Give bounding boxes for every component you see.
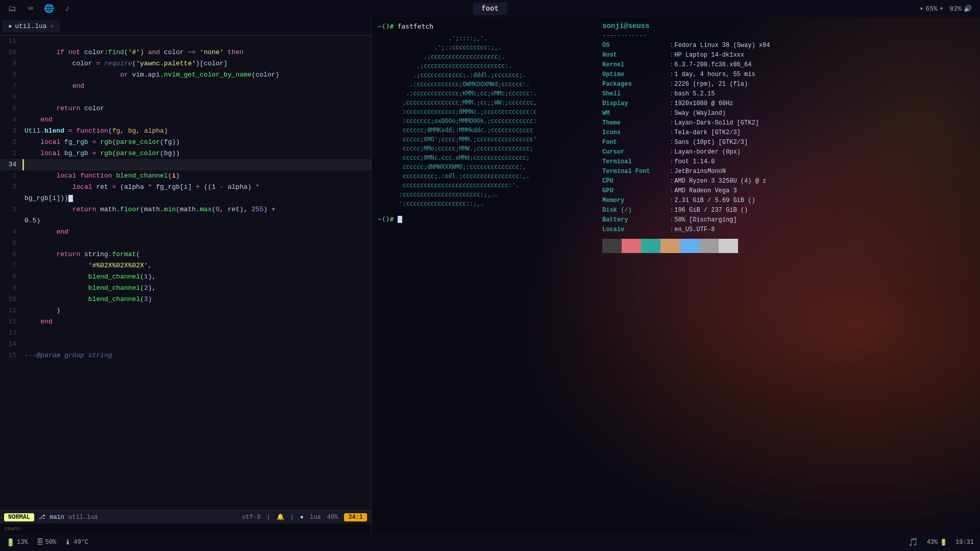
ff-termfont: JetBrainsMonoN — [674, 167, 726, 177]
bottom-bar-left: 🔋 13% 🗄 50% 🌡 49°C — [6, 538, 88, 547]
code-line: 11 — [0, 36, 371, 47]
ff-wm: Sway (Wayland) — [674, 109, 726, 118]
ff-os-line: OS: Fedora Linux 38 (Sway) x84 — [602, 41, 974, 51]
swatch-red — [622, 239, 641, 253]
ff-cursor-line: Cursor: Layan-border (0px) — [602, 147, 974, 157]
encoding-sep2: | — [290, 514, 294, 521]
code-line: 7 '#%02X%02X%02X', — [0, 260, 371, 271]
filename-status: util.lua — [68, 514, 98, 521]
right-battery-label: 43% — [926, 539, 938, 546]
code-line: 7 end — [0, 81, 371, 92]
logo-line: ,ccccccccccccccc;MMM.;cc;;WW:;ccccccc, — [378, 98, 592, 107]
code-line: 1 local function blend_channel(i) — [0, 170, 371, 182]
terminal-content: ~()# fastfetch .';::::;,'. .';::cccccccc… — [372, 17, 980, 534]
ff-gpu-line: GPU: AMD Radeon Vega 3 — [602, 186, 974, 196]
ff-host: HP Laptop 14-dk1xxx — [674, 51, 744, 60]
swatch-black — [602, 239, 622, 253]
percent-status: 40% — [327, 514, 338, 521]
code-lines: 11 10 if not color:find('#') and color ~… — [0, 36, 371, 361]
temp-label: 49°C — [74, 539, 88, 546]
ff-packages-line: Packages: 2226 (rpm), 21 (fla) — [602, 80, 974, 89]
right-battery-status: 43% 🔋 — [926, 539, 947, 546]
lua-filetype-icon: ● — [300, 514, 304, 521]
top-bar-left: 🗂 ⌨ 🌐 ♪ — [0, 0, 76, 17]
code-line: 4 end — [0, 227, 371, 238]
vim-mode-badge: NORMAL — [4, 513, 34, 521]
ff-disk-line: Disk (/): 196 GiB / 237 GiB () — [602, 206, 974, 215]
music-icon[interactable]: ♪ — [59, 0, 76, 17]
temp-status: 🌡 49°C — [64, 538, 88, 546]
code-line: 5 — [0, 238, 371, 249]
ff-packages: 2226 (rpm), 21 (fla) — [674, 80, 748, 89]
code-line: 13 — [0, 328, 371, 339]
ff-battery-line: Battery: 50% [Discharging] — [602, 215, 974, 225]
code-line: 3 Util.blend = function(fg, bg, alpha) — [0, 126, 371, 137]
swatch-white — [719, 239, 738, 253]
code-line: bg_rgb[i])) — [0, 193, 371, 204]
code-line: 10 blend_channel(3) — [0, 294, 371, 305]
storage-label: 50% — [45, 539, 57, 546]
folder-icon[interactable]: 🗂 — [4, 0, 20, 17]
terminal-prompt2[interactable]: ~()# — [378, 215, 398, 223]
logo-line: :cccccccccccccc;0MMNc.;ccccccccccccc:c — [378, 107, 592, 116]
ff-font: Sans (10pt) [GTK2/3] — [674, 138, 748, 147]
bottom-bar-right: 🎵 43% 🔋 19:31 — [908, 537, 974, 547]
ff-divider: ------------ — [602, 31, 646, 41]
logo-line: cccccc;dNMWXXXWMO;:cccccccccccccc:, — [378, 162, 592, 171]
code-line: 5 return color — [0, 103, 371, 114]
code-line: 14 — [0, 339, 371, 350]
logo-line: cccccc;0MMKxdd;:MMMkddc.;cccccccccccc — [378, 126, 592, 135]
position-badge: 34:1 — [344, 513, 367, 521]
ff-theme-line: Theme: Layan-Dark-Solid [GTK2] — [602, 118, 974, 128]
code-line: 3 return math.floor(math.min(math.max(0,… — [0, 204, 371, 215]
code-line: 12 end — [0, 316, 371, 328]
ff-icons-line: Icons: Tela-dark [GTK2/3] — [602, 128, 974, 138]
editor-tab[interactable]: ● util.lua ✕ — [2, 20, 60, 32]
tab-label: util.lua — [15, 22, 46, 30]
ff-display-line: Display: 980x551 @ 60Hz — [602, 99, 974, 109]
tab-close-button[interactable]: ✕ — [50, 22, 54, 30]
ff-wm-line: WM: Sway (Wayland) — [602, 109, 974, 118]
logo-line: .';::cccccccccc:;,. — [378, 43, 592, 52]
ff-cursor: Layan-border (0px) — [674, 147, 741, 157]
ff-memory: 2.31 GiB / 5.69 GiB () — [674, 196, 755, 206]
ff-battery: 50% [Discharging] — [674, 215, 737, 225]
storage-icon: 🗄 — [36, 538, 43, 546]
brightness-control[interactable]: ▾ 65% ☀ — [920, 5, 944, 13]
ff-terminal-val: foot 1.14.0 — [674, 157, 715, 167]
bottom-bar: 🔋 13% 🗄 50% 🌡 49°C 🎵 43% 🔋 19:31 — [0, 534, 980, 551]
battery-status: 🔋 13% — [6, 538, 28, 547]
right-battery-icon: 🔋 — [940, 539, 947, 546]
globe-icon[interactable]: 🌐 — [41, 0, 57, 17]
ff-os: Fedora Linux 38 (Sway) x84 — [674, 41, 770, 51]
music-icon: 🎵 — [908, 537, 918, 547]
color-swatches — [602, 239, 974, 253]
logo-line: ccccccccc;.:odl.;cccccccccccccccc:,. — [378, 171, 592, 181]
volume-control[interactable]: 82% 🔊 — [950, 5, 972, 13]
logo-line: .;cccccccccccc;.:dddl.;ccccccc;. — [378, 70, 592, 80]
swatch-yellow — [660, 239, 680, 253]
top-bar-right: ▾ 65% ☀ 82% 🔊 — [920, 5, 980, 13]
code-line: 9 color = require('yawnc.palette')[color… — [0, 58, 371, 69]
terminal-panel[interactable]: ~()# fastfetch .';::::;,'. .';::cccccccc… — [372, 17, 980, 534]
fastfetch-logo-area: ~()# fastfetch .';::::;,'. .';::cccccccc… — [378, 21, 592, 530]
ff-display: 980x551 @ 60Hz — [674, 99, 733, 109]
status-bar: NORMAL ⎇ main util.lua utf-8 | 🔔 | ● lua… — [0, 510, 371, 523]
ff-font-line: Font: Sans (10pt) [GTK2/3] — [602, 138, 974, 147]
temp-icon: 🌡 — [64, 538, 71, 546]
logo-line: ':ccccccccccccccccc::;,. — [378, 199, 592, 208]
logo-line: .:ccccccccccccc;KMMc;cc;xMMc;cccccc:. — [378, 89, 592, 98]
logo-line: :ccccccc;oxOOOo;MMMOOOk.;cccccccccccc: — [378, 116, 592, 126]
code-icon[interactable]: ⌨ — [22, 0, 39, 17]
ff-username: sonji@seuss — [602, 21, 649, 31]
logo-line: .;ccccccccccccccccccccccc:. — [378, 61, 592, 70]
ff-host-line: Host: HP Laptop 14-dk1xxx — [602, 51, 974, 60]
code-area[interactable]: 11 10 if not color:find('#') and color ~… — [0, 36, 371, 510]
logo-line: ccccc;0MNc.ccc.xMMd;ccccccccccccccc; — [378, 153, 592, 162]
battery-label: 13% — [17, 539, 28, 546]
terminal-command: fastfetch — [398, 22, 433, 30]
ff-cpu-line: CPU: AMD Ryzen 3 3250U (4) @ z — [602, 177, 974, 186]
logo-line: ccccc;MMo;ccccc;MMW.;ccccccccccccccc; — [378, 144, 592, 153]
ff-shell: bash 5.2.15 — [674, 89, 715, 99]
logo-line: cccccccccccccccccccccccccccccc:'. — [378, 181, 592, 190]
